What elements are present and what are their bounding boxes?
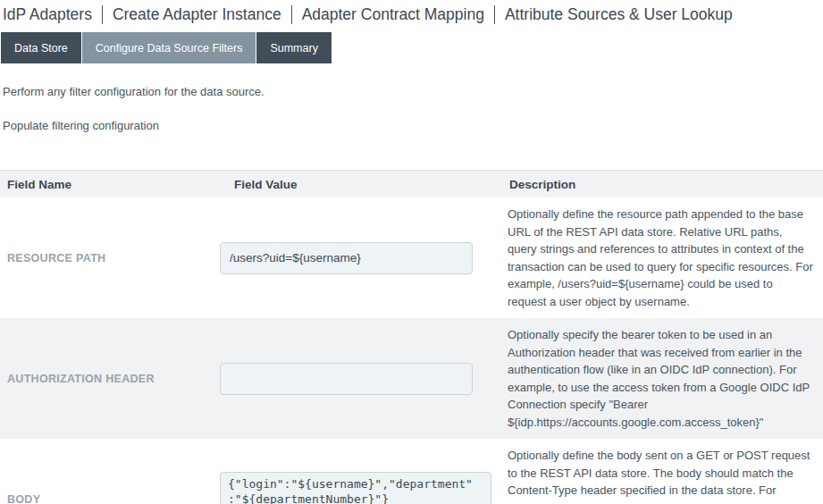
field-value-cell xyxy=(220,318,500,439)
breadcrumb-item-adapter-contract-mapping: Adapter Contract Mapping xyxy=(302,5,484,24)
populate-filtering-configuration-label: Populate filtering configuration xyxy=(3,119,823,132)
column-header-field-name: Field Name xyxy=(0,178,220,191)
table-row-resource-path: RESOURCE PATH Optionally define the reso… xyxy=(0,197,823,318)
authorization-header-input[interactable] xyxy=(220,363,473,395)
table-header-row: Field Name Field Value Description xyxy=(0,171,823,197)
column-header-description: Description xyxy=(500,178,823,191)
column-header-field-value: Field Value xyxy=(220,178,500,191)
field-value-cell xyxy=(220,197,500,318)
body-textarea[interactable]: {"login":"${username}","department":"${d… xyxy=(220,472,491,504)
breadcrumb-separator xyxy=(102,5,103,24)
filter-configuration-table: Field Name Field Value Description RESOU… xyxy=(0,170,823,504)
field-label-body: BODY xyxy=(0,439,220,504)
step-tabs: Data Store Configure Data Source Filters… xyxy=(1,32,823,63)
breadcrumb-item-attribute-sources-user-lookup: Attribute Sources & User Lookup xyxy=(505,5,733,24)
instruction-text: Perform any filter configuration for the… xyxy=(3,85,823,98)
field-description-resource-path: Optionally define the resource path appe… xyxy=(500,197,823,318)
tab-configure-data-source-filters[interactable]: Configure Data Source Filters xyxy=(82,32,256,63)
breadcrumb-separator xyxy=(494,5,495,24)
tab-summary[interactable]: Summary xyxy=(256,32,331,63)
field-label-resource-path: RESOURCE PATH xyxy=(0,197,220,318)
breadcrumb-item-idp-adapters: IdP Adapters xyxy=(3,5,92,24)
field-description-body: Optionally define the body sent on a GET… xyxy=(500,439,823,504)
field-label-authorization-header: AUTHORIZATION HEADER xyxy=(0,318,220,439)
resource-path-input[interactable] xyxy=(220,242,473,274)
breadcrumb: IdP Adapters Create Adapter Instance Ada… xyxy=(0,0,823,24)
breadcrumb-separator xyxy=(291,5,292,24)
tab-data-store[interactable]: Data Store xyxy=(1,32,81,63)
breadcrumb-item-create-adapter-instance: Create Adapter Instance xyxy=(113,5,281,24)
field-description-authorization-header: Optionally specify the bearer token to b… xyxy=(500,318,823,439)
table-row-authorization-header: AUTHORIZATION HEADER Optionally specify … xyxy=(0,318,823,439)
field-value-cell: {"login":"${username}","department":"${d… xyxy=(220,439,500,504)
table-row-body: BODY {"login":"${username}","department"… xyxy=(0,439,823,504)
